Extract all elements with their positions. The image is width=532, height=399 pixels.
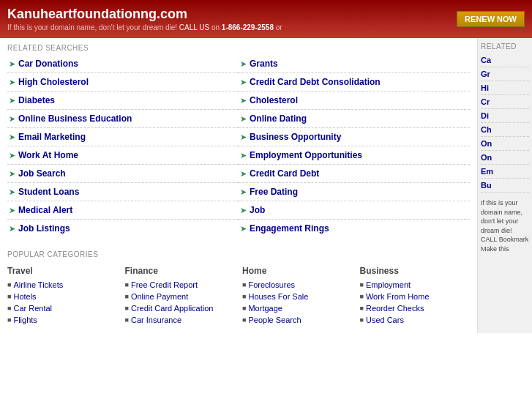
search-link[interactable]: Cholesterol — [250, 95, 298, 105]
bullet-icon: ■ — [360, 316, 364, 324]
search-link[interactable]: Free Dating — [250, 187, 298, 197]
search-link[interactable]: Online Dating — [250, 113, 307, 124]
sidebar-link[interactable]: Ca — [481, 53, 529, 67]
arrow-icon: ➤ — [240, 206, 247, 215]
site-title: Kanuheartfoundationng.com — [7, 7, 282, 22]
category-title: Travel — [7, 266, 118, 276]
category-link[interactable]: ■Car Insurance — [125, 314, 236, 326]
content-area: RELATED SEARCHES ➤ Car Donations ➤ High … — [0, 38, 477, 333]
search-link[interactable]: Job — [250, 205, 265, 215]
bullet-icon: ■ — [242, 316, 246, 324]
category-column: Home■Foreclosures■Houses For Sale■Mortga… — [242, 266, 353, 326]
sidebar-link[interactable]: Gr — [481, 67, 529, 81]
arrow-icon: ➤ — [240, 224, 247, 234]
bullet-icon: ■ — [360, 305, 364, 312]
right-search-item: ➤ Online Dating — [239, 110, 470, 128]
arrow-icon: ➤ — [240, 59, 247, 69]
left-search-item: ➤ Diabetes — [7, 92, 239, 110]
category-link[interactable]: ■Free Credit Report — [125, 279, 236, 291]
category-link[interactable]: ■Hotels — [7, 291, 118, 302]
arrow-icon: ➤ — [9, 206, 15, 215]
sidebar-link[interactable]: On — [481, 151, 529, 165]
left-search-item: ➤ Job Search — [7, 165, 239, 183]
search-link[interactable]: Credit Card Debt Consolidation — [250, 77, 381, 87]
category-link[interactable]: ■Airline Tickets — [7, 279, 118, 291]
search-link[interactable]: Diabetes — [18, 95, 55, 105]
search-link[interactable]: High Cholesterol — [18, 77, 89, 87]
category-link[interactable]: ■Online Payment — [125, 291, 236, 302]
arrow-icon: ➤ — [9, 59, 15, 69]
header-left: Kanuheartfoundationng.com If this is you… — [7, 7, 282, 31]
left-search-item: ➤ Medical Alert — [7, 201, 239, 220]
category-link[interactable]: ■Reorder Checks — [360, 302, 471, 314]
left-column: ➤ Car Donations ➤ High Cholesterol ➤ Dia… — [7, 55, 239, 237]
search-link[interactable]: Engagement Rings — [250, 223, 329, 234]
search-link[interactable]: Medical Alert — [18, 205, 72, 215]
sidebar-link[interactable]: Cr — [481, 95, 529, 109]
sidebar-link[interactable]: On — [481, 137, 529, 151]
search-link[interactable]: Employment Opportunities — [250, 150, 362, 160]
popular-categories: POPULAR CATEGORIES Travel■Airline Ticket… — [7, 245, 470, 333]
bullet-icon: ■ — [125, 293, 129, 300]
bullet-icon: ■ — [125, 281, 129, 288]
category-link[interactable]: ■Mortgage — [242, 302, 353, 314]
call-label: CALL US — [179, 23, 209, 31]
search-link[interactable]: Grants — [250, 59, 278, 69]
search-link[interactable]: Online Business Education — [18, 113, 132, 124]
sidebar-link[interactable]: Em — [481, 165, 529, 179]
arrow-icon: ➤ — [9, 151, 15, 160]
left-search-item: ➤ Job Listings — [7, 220, 239, 237]
bullet-icon: ■ — [7, 293, 11, 300]
bullet-icon: ■ — [360, 293, 364, 300]
search-link[interactable]: Job Search — [18, 168, 66, 179]
search-link[interactable]: Student Loans — [18, 187, 79, 197]
arrow-icon: ➤ — [240, 96, 247, 105]
category-link[interactable]: ■Houses For Sale — [242, 291, 353, 302]
search-link[interactable]: Work At Home — [18, 150, 78, 160]
renew-button[interactable]: RENEW NOW — [457, 11, 525, 27]
category-link[interactable]: ■Foreclosures — [242, 279, 353, 291]
sidebar-link[interactable]: Ch — [481, 123, 529, 137]
category-link[interactable]: ■Employment — [360, 279, 471, 291]
sidebar-link[interactable]: Di — [481, 109, 529, 123]
search-link[interactable]: Business Opportunity — [250, 132, 341, 142]
phone-number: 1-866-229-2558 — [222, 23, 274, 31]
search-link[interactable]: Credit Card Debt — [250, 168, 319, 179]
category-link[interactable]: ■People Search — [242, 314, 353, 326]
right-column: ➤ Grants ➤ Credit Card Debt Consolidatio… — [239, 55, 470, 237]
related-searches-label: RELATED SEARCHES — [7, 38, 470, 55]
search-link[interactable]: Car Donations — [18, 59, 78, 69]
arrow-icon: ➤ — [240, 78, 247, 87]
right-search-item: ➤ Grants — [239, 55, 470, 73]
left-search-item: ➤ High Cholesterol — [7, 73, 239, 92]
bullet-icon: ■ — [242, 281, 246, 288]
right-sidebar: RELATED CaGrHiCrDiChOnOnEmBu If this is … — [477, 38, 532, 333]
categories-grid: Travel■Airline Tickets■Hotels■Car Rental… — [7, 266, 470, 326]
category-link[interactable]: ■Credit Card Application — [125, 302, 236, 314]
category-link[interactable]: ■Car Rental — [7, 302, 118, 314]
category-link[interactable]: ■Flights — [7, 314, 118, 326]
popular-categories-label: POPULAR CATEGORIES — [7, 245, 470, 261]
call-on: on — [211, 23, 222, 31]
arrow-icon: ➤ — [240, 169, 247, 179]
sidebar-callout: If this is your domain name, don't let y… — [481, 198, 529, 254]
sidebar-link[interactable]: Hi — [481, 81, 529, 95]
sidebar-link[interactable]: Bu — [481, 179, 529, 193]
arrow-icon: ➤ — [240, 114, 247, 124]
search-link[interactable]: Email Marketing — [18, 132, 86, 142]
right-search-item: ➤ Credit Card Debt Consolidation — [239, 73, 470, 92]
sidebar-links-container: CaGrHiCrDiChOnOnEmBu — [481, 53, 529, 193]
category-column: Finance■Free Credit Report■Online Paymen… — [125, 266, 236, 326]
right-search-item: ➤ Engagement Rings — [239, 220, 470, 237]
search-link[interactable]: Job Listings — [18, 223, 70, 234]
arrow-icon: ➤ — [9, 114, 15, 124]
arrow-icon: ➤ — [9, 187, 15, 197]
category-column: Business■Employment■Work From Home■Reord… — [360, 266, 471, 326]
right-search-item: ➤ Business Opportunity — [239, 128, 470, 146]
right-search-item: ➤ Credit Card Debt — [239, 165, 470, 183]
category-link[interactable]: ■Used Cars — [360, 314, 471, 326]
category-link[interactable]: ■Work From Home — [360, 291, 471, 302]
category-title: Finance — [125, 266, 236, 276]
left-search-item: ➤ Work At Home — [7, 146, 239, 165]
arrow-icon: ➤ — [9, 224, 15, 234]
